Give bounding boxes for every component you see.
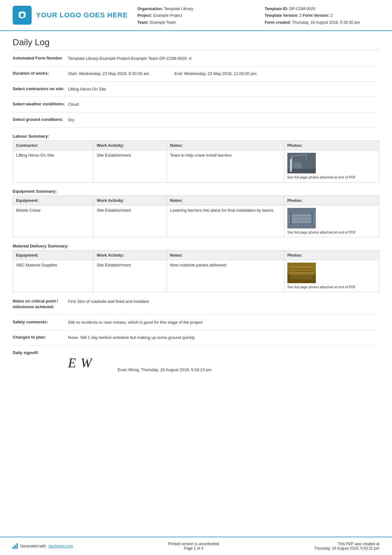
material-col-notes: Notes:	[167, 250, 284, 260]
header-meta-left: Organisation: Template Library Project: …	[137, 6, 252, 26]
material-header-row: Equipment: Work Activity: Notes: Photos:	[13, 250, 379, 260]
team-row: Team: Example Team	[137, 19, 252, 26]
footer-right: This PDF was created at Thursday, 16 Aug…	[314, 542, 379, 551]
duration-end: End: Wednesday, 23 May 2018, 11:00:00 pm	[175, 71, 257, 77]
svg-rect-10	[290, 213, 292, 225]
labour-col-contractor: Contractor:	[13, 141, 94, 150]
changes-row: Changes to plan: None. Still 1 day behin…	[13, 334, 379, 346]
ground-value: Dry	[68, 117, 379, 123]
safety-value: Still no incidents or near misses, which…	[68, 319, 379, 326]
table-row: ABC Material Supplies Site Establishment…	[13, 260, 379, 292]
logo-text: YOUR LoGo GOES HERE	[36, 11, 128, 19]
material-activity-cell: Site Establishment	[93, 260, 167, 292]
logo-icon	[13, 6, 32, 25]
project-label: Project:	[137, 13, 152, 18]
footer: Generated with dashpivot.com Printed ver…	[0, 537, 392, 555]
material-summary-title: Material Delivery Summary:	[13, 244, 379, 248]
template-id-value: DP-COM-0020	[289, 7, 315, 11]
bar1	[13, 546, 14, 549]
signoff-label: Daily signoff:	[13, 350, 68, 356]
labour-photos-cell: See full page photos attached at end of …	[284, 150, 379, 182]
template-version-value: 2	[299, 13, 302, 18]
spacer	[13, 385, 379, 410]
form-created-value: Thursday, 16 August 2018, 5:30:30 pm	[292, 20, 360, 25]
notes-value: First 1km of roadside wall fixed and ins…	[68, 298, 379, 305]
signature-initials: E W	[68, 350, 92, 376]
form-title: Daily Log	[13, 37, 379, 50]
equipment-notes-cell: Lowering barriers into place for final i…	[167, 205, 284, 237]
org-row: Organisation: Template Library	[137, 6, 252, 12]
weather-label: Select weather conditions:	[13, 101, 68, 107]
project-row: Project: Example Project	[137, 12, 252, 19]
automated-form-label: Automated Form Number	[13, 55, 68, 61]
template-id-row: Template ID: DP-COM-0020	[265, 6, 379, 12]
signoff-row: Daily signoff: E W Evan Wong, Thursday, …	[13, 350, 379, 381]
material-supplier-cell: ABC Material Supplies	[13, 260, 94, 292]
labour-col-notes: Notes:	[167, 141, 284, 150]
contractors-row: Select contractors on site: Lifting Hero…	[13, 86, 379, 97]
table-row: Lifting Heros On Site Site Establishment…	[13, 150, 379, 182]
dashpivot-link[interactable]: dashpivot.com	[48, 544, 73, 548]
equipment-activity-cell: Site Establishment	[93, 205, 167, 237]
equipment-photo-thumb	[287, 208, 316, 228]
footer-created-line2: Thursday, 16 August 2018, 5:43:31 pm	[314, 546, 379, 551]
labour-photo-caption: See full page photos attached at end of …	[287, 175, 376, 179]
template-version-label: Template Version:	[265, 13, 298, 18]
footer-uncontrolled: Printed version is uncontrolled	[168, 542, 219, 546]
table-row: Mobile Crane Site Establishment Lowering…	[13, 205, 379, 237]
changes-value: None. Still 1 day behind schedule but ma…	[68, 334, 379, 341]
material-col-equipment: Equipment:	[13, 250, 94, 260]
footer-center: Printed version is uncontrolled Page 1 o…	[168, 542, 219, 551]
equipment-col-activity: Work Activity:	[93, 196, 167, 205]
team-value: Example Team	[150, 20, 176, 25]
equipment-header-row: Equipment: Work Activity: Notes: Photos:	[13, 196, 379, 205]
org-value: Template Library	[164, 7, 193, 11]
signoff-area: E W Evan Wong, Thursday, 16 August 2018,…	[68, 350, 379, 376]
duration-row: Duration of works: Start: Wednesday, 23 …	[13, 71, 379, 82]
equipment-col-notes: Notes:	[167, 196, 284, 205]
equipment-name-cell: Mobile Crane	[13, 205, 94, 237]
svg-rect-7	[289, 214, 314, 217]
material-col-activity: Work Activity:	[93, 250, 167, 260]
duration-value: Start: Wednesday, 23 May 2018, 8:30:00 a…	[68, 71, 379, 77]
notes-label: Notes on critical point / milestones ach…	[13, 298, 68, 310]
labour-contractor-cell: Lifting Heros On Site	[13, 150, 94, 182]
bar3	[16, 543, 18, 549]
equipment-photos-cell: See full page photos attached at end of …	[284, 205, 379, 237]
generated-text: Generated with	[20, 544, 46, 548]
svg-rect-4	[287, 169, 316, 173]
form-created-row: Form created: Thursday, 16 August 2018, …	[265, 19, 379, 26]
svg-rect-11	[311, 213, 313, 225]
automated-form-row: Automated Form Number Template Library-E…	[13, 55, 379, 66]
svg-rect-5	[294, 162, 302, 169]
header: YOUR LoGo GOES HERE Organisation: Templa…	[0, 0, 392, 31]
svg-rect-8	[289, 217, 314, 220]
notes-row: Notes on critical point / milestones ach…	[13, 298, 379, 315]
automated-form-value: Template Library-Example Project-Example…	[68, 55, 379, 62]
duration-label: Duration of works:	[13, 71, 68, 76]
svg-rect-1	[291, 156, 292, 170]
svg-rect-9	[289, 221, 314, 223]
material-photos-cell: See full page photos attached at end of …	[284, 260, 379, 292]
signature-area: E W Evan Wong, Thursday, 16 August 2018,…	[68, 350, 379, 376]
bar2	[15, 545, 16, 549]
ground-row: Select ground conditions: Dry	[13, 117, 379, 128]
material-notes-cell: New roadside panels delivered	[167, 260, 284, 292]
logo-area: YOUR LoGo GOES HERE	[13, 6, 128, 25]
page: YOUR LoGo GOES HERE Organisation: Templa…	[0, 0, 392, 555]
equipment-photo-caption: See full page photos attached at end of …	[287, 230, 376, 234]
project-value: Example Project	[153, 13, 182, 18]
ground-label: Select ground conditions:	[13, 117, 68, 122]
template-id-label: Template ID:	[265, 7, 288, 11]
template-version-row: Template Version: 2 Form Version: 2	[265, 12, 379, 19]
equipment-summary-title: Equipment Summary:	[13, 189, 379, 194]
signoff-name: Evan Wong, Thursday, 16 August 2018, 5:3…	[118, 367, 211, 376]
svg-rect-14	[289, 266, 314, 275]
equipment-col-photos: Photos:	[284, 196, 379, 205]
footer-created-line1: This PDF was created at	[314, 542, 379, 546]
weather-value: Cloud	[68, 101, 379, 108]
footer-left: Generated with dashpivot.com	[13, 543, 73, 549]
team-label: Team:	[137, 20, 149, 25]
labour-col-photos: Photos:	[284, 141, 379, 150]
material-col-photos: Photos:	[284, 250, 379, 260]
